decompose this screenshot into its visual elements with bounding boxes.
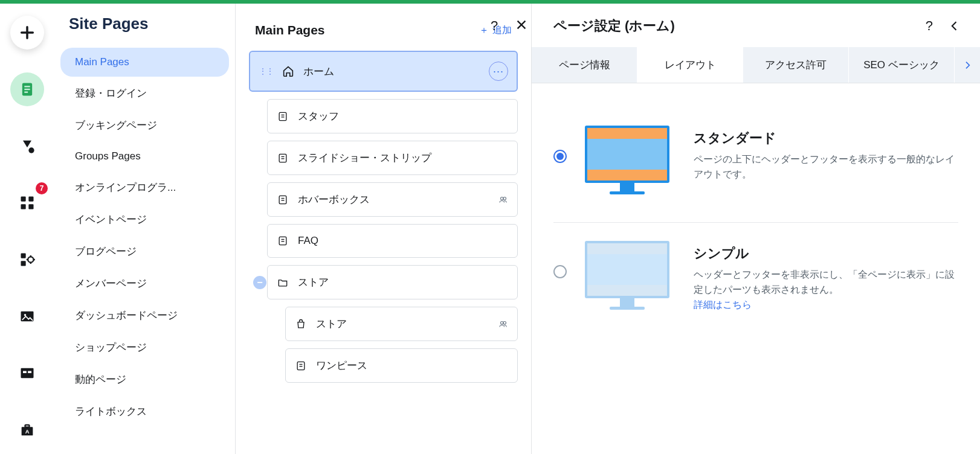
learn-more-link[interactable]: 詳細はこちら <box>694 299 752 310</box>
category-item-10[interactable]: 動的ページ <box>60 364 229 395</box>
svg-rect-36 <box>297 362 305 369</box>
radio-standard[interactable] <box>553 150 567 163</box>
category-item-3[interactable]: Groups Pages <box>60 142 229 171</box>
category-item-5[interactable]: イベントページ <box>60 204 229 235</box>
plus-icon: ＋ <box>479 24 489 37</box>
svg-point-30 <box>503 197 506 200</box>
page-label: スタッフ <box>298 109 509 123</box>
help-button[interactable]: ? <box>491 18 498 34</box>
panel-title: Site Pages <box>54 14 235 46</box>
page-icon <box>294 359 308 372</box>
layout-icon <box>19 365 36 382</box>
tab-layout[interactable]: レイアウト <box>637 47 743 83</box>
svg-rect-15 <box>23 371 27 374</box>
page-item-onepiece[interactable]: ワンピース <box>285 348 518 383</box>
page-tree-panel: Main Pages ＋ 追加 ⋮⋮ ホーム ··· スタッフ スライドショー・… <box>236 4 532 454</box>
close-button[interactable] <box>515 18 528 34</box>
category-item-6[interactable]: ブログページ <box>60 236 229 267</box>
left-rail: 7 A <box>0 4 54 454</box>
settings-title: ページ設定 (ホーム) <box>553 17 675 35</box>
back-button[interactable] <box>949 20 961 32</box>
category-item-2[interactable]: ブッキングページ <box>60 110 229 141</box>
svg-point-34 <box>501 321 504 324</box>
tab-seo[interactable]: SEO ベーシック <box>849 47 955 83</box>
page-item-store-folder[interactable]: − ストア <box>267 265 518 299</box>
page-icon <box>276 234 289 248</box>
layout-option-simple[interactable]: シンプル ヘッダーとフッターを非表示にし、「全ページに表示」に設定したパーツも表… <box>553 223 958 340</box>
tabs: ページ情報 レイアウト アクセス許可 SEO ベーシック <box>532 47 980 83</box>
svg-rect-26 <box>279 196 286 203</box>
category-item-0[interactable]: Main Pages <box>60 48 229 77</box>
category-item-8[interactable]: ダッシュボードページ <box>60 300 229 331</box>
svg-rect-20 <box>279 112 286 120</box>
collapse-button[interactable]: − <box>253 276 266 289</box>
svg-rect-16 <box>28 371 31 374</box>
category-item-9[interactable]: ショップページ <box>60 332 229 363</box>
folder-icon <box>276 276 289 289</box>
bag-icon <box>294 318 308 331</box>
paint-icon <box>19 138 36 155</box>
members-icon <box>498 319 509 330</box>
page-item-faq[interactable]: FAQ <box>267 224 518 258</box>
members-icon <box>498 194 509 205</box>
category-item-7[interactable]: メンバーページ <box>60 268 229 299</box>
image-icon <box>19 308 36 325</box>
layout-preview-simple <box>585 241 675 310</box>
tabs-scroll-right[interactable] <box>955 47 980 83</box>
layout-option-standard[interactable]: スタンダード ページの上下にヘッダーとフッターを表示する一般的なレイアウトです。 <box>553 107 958 223</box>
svg-rect-18 <box>25 425 30 427</box>
svg-rect-3 <box>24 92 28 93</box>
svg-point-29 <box>501 197 504 200</box>
radio-simple[interactable] <box>553 265 567 278</box>
apps-button[interactable]: 7 <box>10 186 44 220</box>
svg-point-11 <box>28 257 33 262</box>
tab-permissions[interactable]: アクセス許可 <box>743 47 849 83</box>
page-label: ホバーボックス <box>298 193 489 206</box>
svg-text:A: A <box>25 429 30 435</box>
layout-name: シンプル <box>694 245 958 263</box>
more-button[interactable]: ··· <box>489 62 508 81</box>
page-item-staff[interactable]: スタッフ <box>267 99 518 133</box>
pages-button[interactable] <box>10 72 44 106</box>
svg-rect-9 <box>21 254 26 258</box>
svg-rect-2 <box>24 89 30 90</box>
plus-icon <box>19 24 36 41</box>
category-item-1[interactable]: 登録・ログイン <box>60 78 229 109</box>
page-item-home[interactable]: ⋮⋮ ホーム ··· <box>249 51 518 92</box>
badge: 7 <box>36 182 48 194</box>
page-item-slideshow[interactable]: スライドショー・ストリップ <box>267 141 518 175</box>
page-item-store[interactable]: ストア <box>285 307 518 341</box>
layout-name: スタンダード <box>694 129 958 147</box>
media-button[interactable] <box>10 299 44 333</box>
help-button[interactable]: ? <box>926 18 933 34</box>
drag-handle-icon[interactable]: ⋮⋮ <box>259 66 273 76</box>
grid-icon <box>19 194 36 211</box>
page-icon <box>19 81 36 98</box>
layout-button[interactable] <box>10 356 44 390</box>
layout-preview-standard <box>585 126 675 194</box>
svg-point-35 <box>503 321 506 324</box>
svg-rect-31 <box>279 237 286 245</box>
business-button[interactable]: A <box>10 413 44 447</box>
svg-rect-23 <box>279 154 286 162</box>
settings-panel: ページ設定 (ホーム) ? ページ情報 レイアウト アクセス許可 SEO ベーシ… <box>532 4 980 454</box>
category-item-4[interactable]: オンラインプログラ... <box>60 172 229 203</box>
page-icon <box>276 152 289 165</box>
briefcase-icon: A <box>19 421 36 438</box>
gear-grid-icon <box>19 251 36 268</box>
page-label: ホーム <box>303 65 480 78</box>
page-item-hoverbox[interactable]: ホバーボックス <box>267 182 518 217</box>
svg-rect-14 <box>21 368 34 378</box>
category-item-11[interactable]: ライトボックス <box>60 396 229 427</box>
add-button[interactable] <box>10 16 44 50</box>
category-panel: Site Pages Main Pages登録・ログインブッキングページGrou… <box>54 4 236 454</box>
page-label: スライドショー・ストリップ <box>298 151 509 165</box>
svg-rect-7 <box>21 204 26 209</box>
design-button[interactable] <box>10 129 44 163</box>
page-label: FAQ <box>298 235 509 247</box>
page-label: ストア <box>316 317 489 331</box>
svg-rect-5 <box>21 197 26 202</box>
dev-button[interactable] <box>10 243 44 277</box>
tab-page-info[interactable]: ページ情報 <box>532 47 637 83</box>
page-label: ストア <box>298 275 509 289</box>
